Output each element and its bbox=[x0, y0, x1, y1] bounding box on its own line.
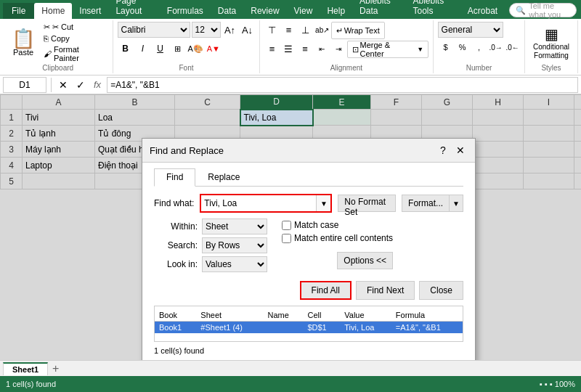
status-text: 1 cell(s) found bbox=[6, 380, 56, 388]
paste-label: Paste bbox=[13, 48, 33, 57]
styles-group-label: Styles bbox=[525, 64, 577, 72]
tab-help[interactable]: Help bbox=[320, 3, 352, 19]
results-data-row[interactable]: Book1 #Sheet1 (4) $D$1 Tivi, Loa =A1&", … bbox=[155, 322, 463, 334]
options-toggle-button[interactable]: Options << bbox=[337, 252, 393, 269]
border-button[interactable]: ⊞ bbox=[170, 41, 186, 57]
tab-review[interactable]: Review bbox=[243, 3, 286, 19]
indent-increase-button[interactable]: ⇥ bbox=[330, 41, 346, 57]
format-painter-button[interactable]: 🖌 Format Painter bbox=[41, 44, 108, 63]
wrap-text-button[interactable]: ↵ Wrap Text bbox=[331, 22, 385, 39]
results-col-sheet: Sheet bbox=[196, 309, 263, 322]
dialog-tabs: Find Replace bbox=[154, 168, 463, 187]
clipboard-group: 📋 Paste ✂ ✂ Cut ⎘ Copy 🖌 Format Painter bbox=[3, 20, 113, 73]
tab-insert[interactable]: Insert bbox=[72, 3, 108, 19]
results-col-value: Value bbox=[340, 309, 391, 322]
tab-data[interactable]: Data bbox=[211, 3, 243, 19]
tell-me-box[interactable]: 🔍 Tell me what you bbox=[509, 3, 577, 17]
zoom-controls: ▪ ▪ ▪ 100% bbox=[540, 380, 575, 388]
match-case-checkbox[interactable] bbox=[282, 221, 291, 230]
clipboard-group-label: Clipboard bbox=[3, 64, 113, 72]
results-header-row: Book Sheet Name Cell Value Formula bbox=[155, 309, 463, 322]
bold-button[interactable]: B bbox=[118, 41, 134, 57]
match-entire-row: Match entire cell contents bbox=[282, 233, 393, 243]
copy-icon: ⎘ bbox=[44, 34, 49, 43]
lookin-select[interactable]: Values Formulas Comments bbox=[202, 256, 267, 272]
tab-home[interactable]: Home bbox=[34, 3, 72, 19]
find-what-input[interactable] bbox=[201, 195, 316, 211]
cancel-formula-button[interactable]: ✕ bbox=[56, 78, 70, 92]
tab-ablebits-data[interactable]: Ablebits Data bbox=[352, 0, 405, 19]
merge-center-button[interactable]: ⊡ Merge & Center ▼ bbox=[347, 41, 429, 58]
format-split-button[interactable]: Format... ▼ bbox=[402, 195, 463, 212]
font-name-select[interactable]: Calibri bbox=[118, 22, 190, 38]
indent-decrease-button[interactable]: ⇤ bbox=[314, 41, 330, 57]
options-right-col: Match case Match entire cell contents Op… bbox=[282, 219, 393, 275]
dialog-tab-find[interactable]: Find bbox=[154, 168, 195, 187]
number-group-label: Number bbox=[434, 64, 524, 72]
format-painter-label: Format Painter bbox=[54, 45, 105, 62]
match-entire-checkbox[interactable] bbox=[282, 234, 291, 243]
dialog-title-bar: Find and Replace ? ✕ bbox=[142, 139, 475, 163]
tab-file[interactable]: File bbox=[3, 3, 34, 19]
decrease-font-button[interactable]: A↓ bbox=[240, 22, 256, 38]
format-arrow-button[interactable]: ▼ bbox=[449, 195, 463, 211]
align-center-button[interactable]: ☰ bbox=[280, 41, 296, 57]
align-top-button[interactable]: ⊤ bbox=[264, 22, 280, 38]
number-format-select[interactable]: General bbox=[438, 22, 503, 38]
tab-view[interactable]: View bbox=[287, 3, 320, 19]
align-row1: ⊤ ≡ ⊥ ab↗ ↵ Wrap Text bbox=[264, 22, 385, 39]
results-col-cell: Cell bbox=[303, 309, 340, 322]
currency-button[interactable]: $ bbox=[438, 39, 454, 55]
search-row: Search: By Rows By Columns bbox=[154, 237, 267, 253]
within-select[interactable]: Sheet Workbook bbox=[202, 219, 267, 234]
underline-button[interactable]: U bbox=[153, 41, 168, 57]
tab-formulas[interactable]: Formulas bbox=[160, 3, 211, 19]
fill-color-button[interactable]: A🎨 bbox=[187, 41, 204, 57]
align-middle-button[interactable]: ≡ bbox=[281, 22, 297, 38]
comma-button[interactable]: , bbox=[471, 39, 487, 55]
add-sheet-button[interactable]: + bbox=[52, 362, 59, 375]
increase-font-button[interactable]: A↑ bbox=[222, 22, 238, 38]
results-footer: 1 cell(s) found bbox=[154, 345, 463, 356]
increase-decimal-button[interactable]: .0→ bbox=[488, 39, 504, 55]
conditional-formatting-button[interactable]: ▦ ConditionalFormatting bbox=[529, 23, 573, 62]
paste-button[interactable]: 📋 Paste bbox=[7, 28, 39, 58]
options-left-col: Within: Sheet Workbook Search: bbox=[154, 219, 267, 275]
lookin-label: Look in: bbox=[154, 259, 198, 269]
format-main-button[interactable]: Format... bbox=[402, 195, 449, 211]
tab-page-layout[interactable]: Page Layout bbox=[108, 0, 159, 19]
align-right-button[interactable]: ≡ bbox=[297, 41, 313, 57]
search-icon: 🔍 bbox=[516, 6, 526, 15]
italic-button[interactable]: I bbox=[135, 41, 151, 57]
close-dialog-button[interactable]: Close bbox=[419, 281, 463, 300]
confirm-formula-button[interactable]: ✓ bbox=[73, 78, 88, 92]
results-col-book: Book bbox=[155, 309, 196, 322]
find-all-button[interactable]: Find All bbox=[300, 281, 352, 300]
find-dropdown-button[interactable]: ▼ bbox=[316, 195, 330, 211]
action-buttons: Find All Find Next Close bbox=[154, 281, 463, 300]
cut-button[interactable]: ✂ ✂ Cut bbox=[41, 22, 108, 33]
angle-text-button[interactable]: ab↗ bbox=[314, 22, 330, 38]
results-col-name: Name bbox=[264, 309, 304, 322]
dialog-tab-replace[interactable]: Replace bbox=[195, 168, 252, 186]
find-next-button[interactable]: Find Next bbox=[356, 281, 415, 300]
tab-ablebits-tools[interactable]: Ablebits Tools bbox=[406, 0, 460, 19]
copy-button[interactable]: ⎘ Copy bbox=[41, 33, 108, 44]
tab-acrobat[interactable]: Acrobat bbox=[460, 3, 505, 19]
percent-button[interactable]: % bbox=[455, 39, 471, 55]
dialog-help-button[interactable]: ? bbox=[436, 143, 450, 158]
wrap-text-icon: ↵ bbox=[336, 26, 343, 36]
dialog-close-button[interactable]: ✕ bbox=[453, 143, 468, 158]
font-size-select[interactable]: 12 bbox=[192, 22, 221, 38]
search-select[interactable]: By Rows By Columns bbox=[202, 237, 267, 253]
dialog-body: Find Replace Find what: ▼ No Format Set … bbox=[142, 163, 475, 360]
formula-input[interactable] bbox=[107, 77, 578, 93]
font-color-button[interactable]: A▼ bbox=[206, 41, 222, 57]
result-formula: =A1&", "&B1 bbox=[391, 322, 463, 334]
align-bottom-button[interactable]: ⊥ bbox=[298, 22, 314, 38]
name-box[interactable] bbox=[3, 77, 46, 93]
decrease-decimal-button[interactable]: .0← bbox=[505, 39, 521, 55]
no-format-set-button[interactable]: No Format Set bbox=[338, 195, 396, 212]
align-left-button[interactable]: ≡ bbox=[264, 41, 280, 57]
sheet-tab-sheet1[interactable]: Sheet1 bbox=[3, 362, 48, 375]
